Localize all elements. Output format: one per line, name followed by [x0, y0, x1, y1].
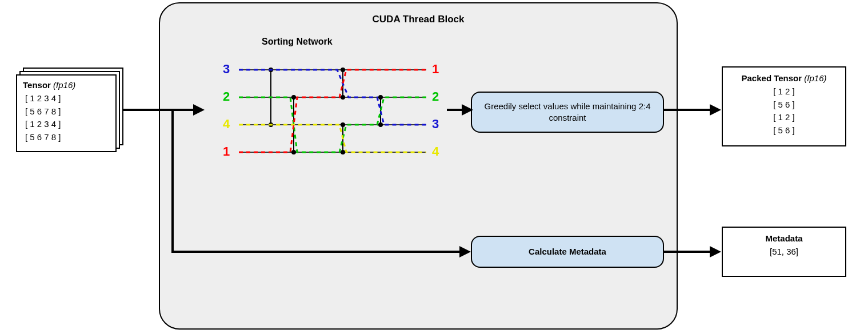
tensor-name: Tensor	[23, 80, 51, 90]
arrow-head-icon	[462, 104, 473, 116]
metadata-value: [51, 36]	[730, 245, 838, 259]
metadata-title: Metadata	[730, 233, 838, 243]
svg-point-12	[291, 150, 296, 154]
calculate-metadata-box: Calculate Metadata	[471, 236, 664, 268]
sort-in-0: 3	[223, 62, 230, 77]
metadata-proc-label: Calculate Metadata	[529, 246, 606, 257]
svg-point-15	[341, 122, 345, 127]
packed-row: [ 1 2 ]	[730, 111, 838, 124]
svg-point-14	[341, 95, 345, 100]
metadata-output-box: Metadata [51, 36]	[722, 227, 846, 277]
packed-row: [ 5 6 ]	[730, 124, 838, 137]
packed-title: Packed Tensor (fp16)	[730, 73, 838, 83]
sorting-network-label: Sorting Network	[262, 37, 333, 47]
tensor-row: [ 1 2 3 4 ]	[25, 92, 115, 105]
tensor-type: (fp16)	[53, 80, 75, 90]
arrow-head-icon	[193, 104, 205, 116]
svg-point-16	[341, 150, 345, 154]
thread-block-title: CUDA Thread Block	[160, 14, 677, 25]
tensor-rows: [ 1 2 3 4 ] [ 5 6 7 8 ] [ 1 2 3 4 ] [ 5 …	[25, 92, 115, 144]
packed-type: (fp16)	[804, 73, 826, 83]
svg-point-18	[378, 122, 383, 127]
sort-out-3: 4	[432, 144, 439, 159]
flow-split-vertical	[171, 109, 174, 253]
input-tensor-stack: Tensor (fp16) [ 1 2 3 4 ] [ 5 6 7 8 ] [ …	[16, 68, 123, 152]
packed-tensor-box: Packed Tensor (fp16) [ 1 2 ] [ 5 6 ] [ 1…	[722, 66, 846, 146]
arrow-head-icon	[710, 104, 721, 116]
arrow-metaproc-to-out	[664, 251, 711, 253]
arrow-head-icon	[459, 246, 471, 257]
tensor-row: [ 1 2 3 4 ]	[25, 118, 115, 131]
sort-out-0: 1	[432, 62, 439, 77]
arrow-head-icon	[710, 246, 721, 257]
arrow-to-metadata	[171, 251, 461, 253]
arrow-sort-to-greedy	[447, 109, 463, 111]
packed-name: Packed Tensor	[742, 73, 802, 83]
sort-out-1: 2	[432, 89, 439, 104]
svg-point-11	[291, 95, 296, 100]
packed-row: [ 5 6 ]	[730, 98, 838, 112]
packed-row: [ 1 2 ]	[730, 85, 838, 98]
sort-in-2: 4	[223, 117, 230, 132]
greedy-select-box: Greedily select values while maintaining…	[471, 92, 664, 133]
tensor-title: Tensor (fp16)	[23, 80, 110, 90]
sort-out-2: 3	[432, 117, 439, 132]
sort-in-3: 1	[223, 144, 230, 159]
sorting-network-diagram: 3 2 4 1 1 2 3 4	[223, 53, 442, 167]
sorting-network-svg	[223, 53, 442, 167]
arrow-greedy-to-packed	[664, 109, 711, 111]
sort-in-1: 2	[223, 89, 230, 104]
svg-point-13	[341, 68, 345, 72]
tensor-row: [ 5 6 7 8 ]	[25, 131, 115, 144]
packed-rows: [ 1 2 ] [ 5 6 ] [ 1 2 ] [ 5 6 ]	[730, 85, 838, 137]
arrow-input-to-block	[123, 109, 194, 111]
tensor-row: [ 5 6 7 8 ]	[25, 105, 115, 118]
greedy-label: Greedily select values while maintaining…	[481, 101, 654, 124]
svg-point-17	[378, 95, 383, 100]
tensor-card-front: Tensor (fp16) [ 1 2 3 4 ] [ 5 6 7 8 ] [ …	[16, 74, 117, 152]
